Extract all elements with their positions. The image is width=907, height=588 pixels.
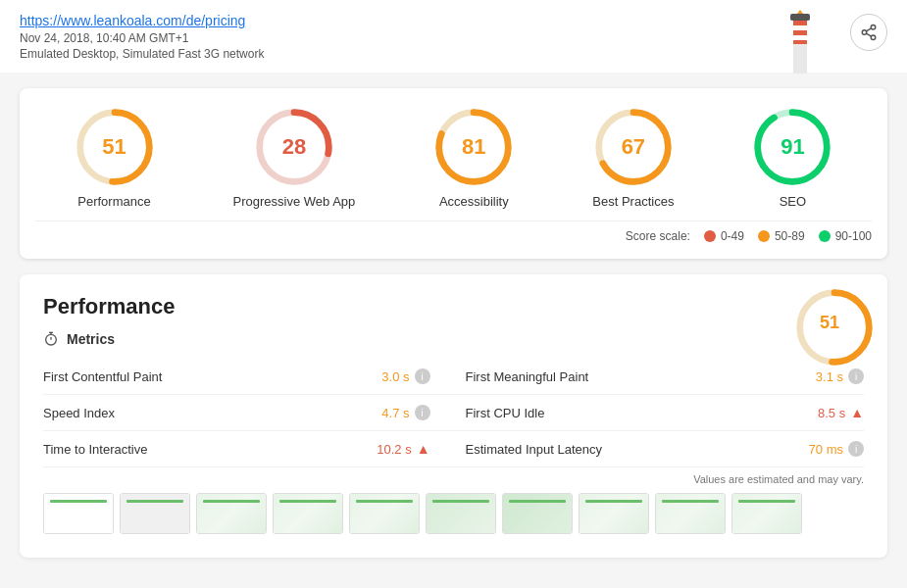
metric-speed-index: Speed Index 4.7 s i — [43, 395, 454, 431]
thumbnails-row — [43, 485, 864, 538]
metrics-grid: First Contentful Paint 3.0 s i First Mea… — [43, 359, 864, 467]
score-circle-performance: 51 — [76, 108, 154, 186]
metric-name-eil: Estimated Input Latency — [466, 442, 602, 457]
metric-first-contentful-paint: First Contentful Paint 3.0 s i — [43, 359, 454, 395]
svg-point-29 — [46, 334, 57, 345]
metric-value-tti: 10.2 s ▲ — [377, 441, 429, 457]
score-circle-best-practices: 67 — [594, 108, 673, 186]
performance-title: Performance — [43, 294, 864, 319]
scores-row: 51 Performance 28 Progressive Web App — [35, 108, 872, 209]
metric-val-eil: 70 ms — [809, 442, 843, 457]
thumb-9 — [655, 493, 726, 534]
metric-value-fcp: 3.0 s i — [381, 368, 429, 384]
scale-dot-green — [819, 230, 831, 242]
svg-rect-8 — [793, 35, 807, 40]
metric-value-fci: 8.5 s ▲ — [818, 405, 864, 420]
svg-point-14 — [871, 35, 876, 40]
svg-point-12 — [871, 25, 876, 30]
metric-value-fmp: 3.1 s i — [816, 368, 864, 384]
share-button[interactable] — [850, 14, 887, 51]
score-value-seo: 91 — [781, 134, 804, 160]
metrics-header: Metrics — [43, 331, 864, 347]
score-accessibility[interactable]: 81 Accessibility — [434, 108, 513, 209]
info-icon-fcp[interactable]: i — [415, 368, 430, 384]
metric-val-fmp: 3.1 s — [816, 369, 843, 384]
meta-line2: Emulated Desktop, Simulated Fast 3G netw… — [20, 47, 887, 61]
scale-label-orange: 50-89 — [775, 229, 805, 243]
scale-label-red: 0-49 — [721, 229, 744, 243]
scale-label-green: 90-100 — [835, 229, 872, 243]
metric-time-to-interactive: Time to Interactive 10.2 s ▲ — [43, 431, 454, 467]
meta-line1: Nov 24, 2018, 10:40 AM GMT+1 — [20, 31, 887, 45]
score-performance[interactable]: 51 Performance — [76, 108, 154, 209]
metric-name-fci: First CPU Idle — [466, 406, 545, 420]
warn-icon-fci: ▲ — [850, 405, 864, 420]
metric-val-tti: 10.2 s — [377, 442, 411, 457]
score-seo[interactable]: 91 SEO — [753, 108, 831, 209]
svg-rect-10 — [790, 14, 810, 21]
metric-value-eil: 70 ms i — [809, 441, 864, 457]
score-circle-seo: 91 — [753, 108, 831, 186]
svg-rect-6 — [793, 25, 807, 30]
top-bar: https://www.leankoala.com/de/pricing Nov… — [0, 0, 907, 73]
metric-value-si: 4.7 s i — [381, 405, 429, 420]
svg-point-13 — [862, 30, 867, 35]
info-icon-eil[interactable]: i — [848, 441, 864, 457]
info-icon-si[interactable]: i — [415, 405, 430, 420]
score-circle-accessibility: 81 — [434, 108, 513, 186]
lighthouse-illustration — [760, 0, 838, 88]
metric-val-fcp: 3.0 s — [381, 369, 409, 384]
thumb-1 — [43, 493, 114, 534]
metric-first-cpu-idle: First CPU Idle 8.5 s ▲ — [454, 395, 865, 431]
thumb-7 — [502, 493, 573, 534]
score-pwa[interactable]: 28 Progressive Web App — [233, 108, 356, 209]
score-label-accessibility: Accessibility — [439, 194, 509, 209]
score-label-best-practices: Best Practices — [592, 194, 674, 209]
metric-val-si: 4.7 s — [381, 406, 409, 420]
score-value-pwa: 28 — [282, 134, 306, 160]
performance-section: Performance 51 Metrics First Contentful … — [20, 274, 887, 558]
thumb-4 — [273, 493, 343, 534]
svg-rect-9 — [793, 40, 807, 44]
metric-name-fcp: First Contentful Paint — [43, 369, 162, 384]
metrics-header-label: Metrics — [67, 331, 115, 347]
thumb-2 — [120, 493, 190, 534]
perf-score-ring: 51 — [795, 288, 864, 357]
scale-dot-orange — [758, 230, 770, 242]
metric-estimated-input-latency: Estimated Input Latency 70 ms i — [454, 431, 865, 467]
score-value-accessibility: 81 — [462, 134, 485, 160]
score-best-practices[interactable]: 67 Best Practices — [592, 108, 674, 209]
scale-dot-red — [704, 230, 716, 242]
info-icon-fmp[interactable]: i — [848, 368, 864, 384]
page-url[interactable]: https://www.leankoala.com/de/pricing — [20, 13, 245, 28]
scale-item-green: 90-100 — [819, 229, 872, 243]
score-circle-pwa: 28 — [255, 108, 333, 186]
svg-line-16 — [866, 28, 871, 31]
thumb-5 — [349, 493, 420, 534]
thumb-10 — [731, 493, 802, 534]
perf-score-circle: 51 — [795, 288, 864, 357]
thumb-3 — [196, 493, 267, 534]
scores-card: 51 Performance 28 Progressive Web App — [20, 88, 887, 259]
warn-icon-tti: ▲ — [417, 441, 430, 457]
score-label-pwa: Progressive Web App — [233, 194, 356, 209]
svg-line-15 — [866, 33, 871, 36]
svg-rect-7 — [793, 30, 807, 35]
thumb-8 — [579, 493, 649, 534]
metric-name-si: Speed Index — [43, 406, 115, 420]
perf-score-value: 51 — [820, 313, 839, 333]
score-scale: Score scale: 0-49 50-89 90-100 — [35, 220, 872, 243]
stopwatch-icon — [43, 331, 59, 347]
svg-rect-4 — [793, 44, 807, 74]
scale-item-red: 0-49 — [704, 229, 744, 243]
metric-val-fci: 8.5 s — [818, 406, 845, 420]
metric-name-fmp: First Meaningful Paint — [466, 369, 589, 384]
score-scale-label: Score scale: — [626, 229, 690, 243]
thumb-6 — [426, 493, 496, 534]
metric-name-tti: Time to Interactive — [43, 442, 147, 457]
score-value-best-practices: 67 — [622, 134, 645, 160]
score-label-performance: Performance — [77, 194, 150, 209]
scale-item-orange: 50-89 — [758, 229, 805, 243]
score-label-seo: SEO — [780, 194, 806, 209]
estimated-note: Values are estimated and may vary. — [693, 473, 864, 485]
